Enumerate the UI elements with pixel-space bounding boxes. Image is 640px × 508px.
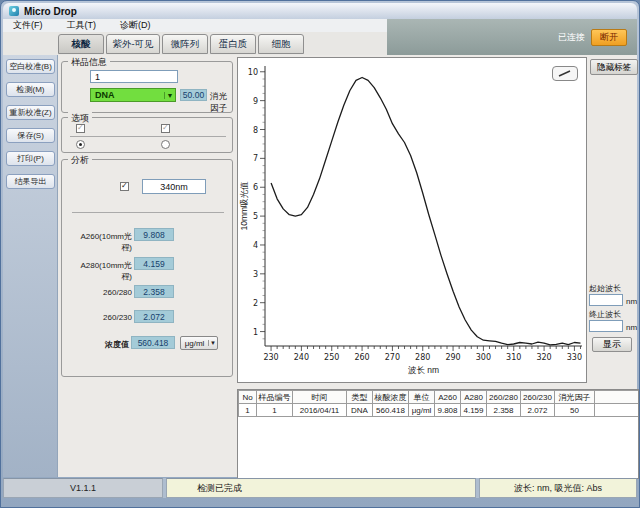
table-cell: 1 bbox=[239, 404, 257, 417]
svg-text:260: 260 bbox=[354, 353, 369, 362]
start-wavelength-unit: nm bbox=[626, 297, 637, 306]
results-column-header bbox=[595, 391, 639, 404]
menu-tools[interactable]: 工具(T) bbox=[57, 19, 111, 32]
wavelength-340-checkbox[interactable] bbox=[120, 182, 129, 191]
results-table: No样品编号时间类型核酸浓度单位A260A280260/280260/230消光… bbox=[238, 390, 639, 417]
analysis-group: 分析 340nm A260(10mm光程) 9.808 A280(10mm光程)… bbox=[61, 159, 233, 377]
export-results-button[interactable]: 结果导出 bbox=[6, 174, 55, 189]
results-column-header: 260/230 bbox=[521, 391, 555, 404]
option-radio-left[interactable] bbox=[76, 140, 85, 149]
svg-text:10mm吸光值: 10mm吸光值 bbox=[239, 181, 249, 231]
table-cell: 9.808 bbox=[435, 404, 461, 417]
end-wavelength-label: 终止波长 bbox=[589, 309, 621, 320]
start-wavelength-input[interactable] bbox=[589, 294, 623, 306]
svg-text:2: 2 bbox=[253, 299, 258, 308]
print-button[interactable]: 打印(P) bbox=[6, 151, 55, 166]
ratio-260-230-label: 260/230 bbox=[72, 313, 132, 322]
table-cell: 4.159 bbox=[461, 404, 487, 417]
pointer-tool-button[interactable] bbox=[552, 66, 578, 81]
a280-label: A280(10mm光程) bbox=[72, 260, 132, 282]
sample-info-legend: 样品信息 bbox=[68, 56, 110, 69]
table-cell: μg/ml bbox=[409, 404, 435, 417]
svg-text:330: 330 bbox=[567, 353, 582, 362]
blank-calibration-button[interactable]: 空白校准(B) bbox=[6, 59, 55, 74]
window-title: Micro Drop bbox=[24, 6, 77, 17]
concentration-unit-select[interactable]: μg/ml ▼ bbox=[180, 336, 218, 350]
table-cell: 560.418 bbox=[373, 404, 409, 417]
connection-status: 已连接 bbox=[558, 31, 585, 44]
menu-diagnostics[interactable]: 诊断(D) bbox=[110, 19, 165, 32]
extinction-factor-label: 消光因子 bbox=[210, 91, 232, 115]
svg-text:1: 1 bbox=[253, 328, 258, 337]
tab-microarray[interactable]: 微阵列 bbox=[162, 34, 208, 54]
concentration-label: 浓度值 bbox=[72, 339, 129, 350]
svg-text:7: 7 bbox=[253, 154, 258, 163]
option-radio-right[interactable] bbox=[161, 140, 170, 149]
svg-text:250: 250 bbox=[324, 353, 339, 362]
recalibrate-button[interactable]: 重新校准(Z) bbox=[6, 105, 55, 120]
table-cell: 2.358 bbox=[487, 404, 521, 417]
svg-text:230: 230 bbox=[263, 353, 278, 362]
sample-id-input[interactable]: 1 bbox=[90, 70, 178, 83]
menu-bar: 文件(F) 工具(T) 诊断(D) bbox=[3, 19, 387, 32]
svg-text:320: 320 bbox=[536, 353, 551, 362]
table-row[interactable]: 112016/04/11DNA560.418μg/ml9.8084.1592.3… bbox=[239, 404, 639, 417]
measure-button[interactable]: 检测(M) bbox=[6, 82, 55, 97]
version-label: V1.1.1 bbox=[3, 478, 163, 498]
a280-value-field: 4.159 bbox=[134, 257, 174, 270]
sample-info-group: 样品信息 1 DNA ▼ 50.00 消光因子 bbox=[61, 61, 233, 113]
a260-value-field: 9.808 bbox=[134, 228, 174, 241]
start-wavelength-label: 起始波长 bbox=[589, 283, 621, 294]
tab-uv-vis[interactable]: 紫外-可见 bbox=[106, 34, 160, 54]
ratio-260-280-field: 2.358 bbox=[134, 285, 174, 298]
svg-text:8: 8 bbox=[253, 126, 258, 135]
app-window: Micro Drop 文件(F) 工具(T) 诊断(D) 已连接 断开 核酸 紫… bbox=[0, 0, 640, 508]
title-bar[interactable]: Micro Drop bbox=[3, 3, 637, 19]
svg-text:300: 300 bbox=[476, 353, 491, 362]
disconnect-button[interactable]: 断开 bbox=[591, 29, 627, 46]
table-cell: 2.072 bbox=[521, 404, 555, 417]
results-column-header: 样品编号 bbox=[257, 391, 293, 404]
status-units-info: 波长: nm, 吸光值: Abs bbox=[479, 478, 637, 498]
chevron-down-icon: ▼ bbox=[208, 340, 217, 346]
hide-labels-button[interactable]: 隐藏标签 bbox=[590, 59, 638, 75]
table-cell: DNA bbox=[347, 404, 373, 417]
end-wavelength-input[interactable] bbox=[589, 320, 623, 332]
tab-nucleic-acid[interactable]: 核酸 bbox=[58, 34, 104, 54]
svg-text:波长 nm: 波长 nm bbox=[408, 365, 439, 375]
sample-type-select[interactable]: DNA ▼ bbox=[90, 88, 176, 102]
save-button[interactable]: 保存(S) bbox=[6, 128, 55, 143]
a260-label: A260(10mm光程) bbox=[72, 231, 132, 253]
sample-type-value: DNA bbox=[91, 90, 164, 100]
menu-file[interactable]: 文件(F) bbox=[3, 19, 57, 32]
app-icon bbox=[9, 6, 19, 16]
results-column-header: A280 bbox=[461, 391, 487, 404]
svg-text:270: 270 bbox=[385, 353, 400, 362]
svg-text:6: 6 bbox=[253, 183, 258, 192]
ratio-260-280-label: 260/280 bbox=[72, 288, 132, 297]
extinction-factor-field[interactable]: 50.00 bbox=[180, 89, 207, 101]
spectrum-chart-canvas[interactable]: 2302402502602702802903003103203301234567… bbox=[238, 58, 586, 382]
status-bar: V1.1.1 检测已完成 波长: nm, 吸光值: Abs bbox=[3, 478, 637, 498]
table-cell: 50 bbox=[555, 404, 595, 417]
concentration-unit-value: μg/ml bbox=[181, 339, 208, 348]
results-column-header: 260/280 bbox=[487, 391, 521, 404]
show-button[interactable]: 显示 bbox=[592, 337, 632, 352]
status-message: 检测已完成 bbox=[166, 478, 476, 498]
table-cell bbox=[595, 404, 639, 417]
sidebar: 空白校准(B) 检测(M) 重新校准(Z) 保存(S) 打印(P) 结果导出 bbox=[3, 55, 58, 477]
results-column-header: 核酸浓度 bbox=[373, 391, 409, 404]
svg-text:290: 290 bbox=[445, 353, 460, 362]
tab-protein[interactable]: 蛋白质 bbox=[210, 34, 256, 54]
wavelength-340-input[interactable]: 340nm bbox=[142, 179, 206, 194]
results-column-header: 单位 bbox=[409, 391, 435, 404]
option-checkbox-right[interactable] bbox=[161, 124, 170, 133]
chevron-down-icon: ▼ bbox=[164, 92, 175, 99]
svg-text:280: 280 bbox=[415, 353, 430, 362]
option-checkbox-left[interactable] bbox=[76, 124, 85, 133]
ratio-260-230-field: 2.072 bbox=[134, 310, 174, 323]
spectrum-chart-panel: 2302402502602702802903003103203301234567… bbox=[237, 57, 587, 383]
svg-text:5: 5 bbox=[253, 212, 258, 221]
tab-cell[interactable]: 细胞 bbox=[258, 34, 304, 54]
analysis-divider bbox=[72, 212, 224, 213]
